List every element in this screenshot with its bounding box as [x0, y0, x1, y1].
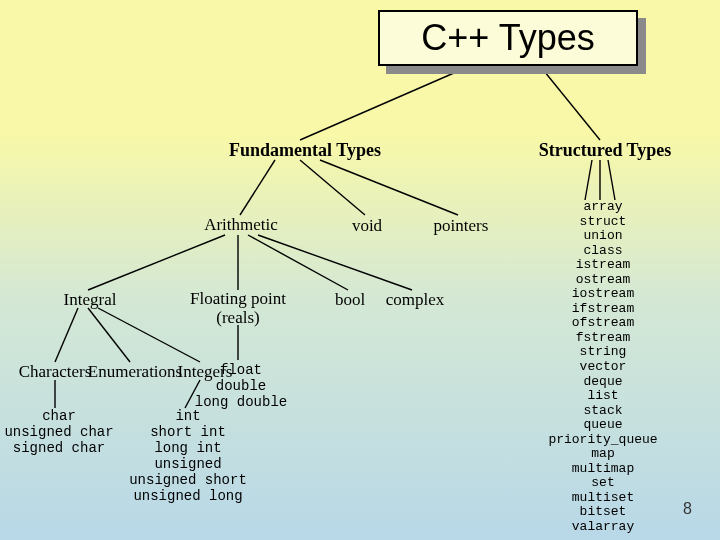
node-floating-point: Floating point (reals) — [178, 290, 298, 327]
svg-line-17 — [608, 160, 615, 200]
node-complex: complex — [380, 290, 450, 310]
svg-line-4 — [320, 160, 458, 215]
svg-line-3 — [300, 160, 365, 215]
svg-line-8 — [258, 235, 412, 290]
node-arithmetic: Arithmetic — [195, 215, 287, 235]
leaf-floating-types: float double long double — [186, 362, 296, 410]
svg-line-10 — [88, 308, 130, 362]
svg-line-7 — [248, 235, 348, 290]
svg-line-15 — [585, 160, 592, 200]
leaf-structured-types: array struct union class istream ostream… — [528, 200, 678, 535]
svg-line-9 — [55, 308, 78, 362]
diagram-title: C++ Types — [378, 10, 638, 66]
svg-line-1 — [540, 66, 600, 140]
node-pointers: pointers — [426, 216, 496, 236]
node-floating-point-label: Floating point (reals) — [190, 289, 286, 327]
node-void: void — [342, 216, 392, 236]
svg-line-0 — [300, 66, 470, 140]
svg-line-5 — [88, 235, 225, 290]
node-bool: bool — [325, 290, 375, 310]
page-number: 8 — [683, 500, 692, 518]
node-fundamental-types: Fundamental Types — [220, 140, 390, 161]
leaf-char-types: char unsigned char signed char — [0, 408, 118, 456]
leaf-int-types: int short int long int unsigned unsigned… — [118, 408, 258, 505]
svg-line-2 — [240, 160, 275, 215]
node-structured-types: Structured Types — [530, 140, 680, 161]
node-integral: Integral — [55, 290, 125, 310]
